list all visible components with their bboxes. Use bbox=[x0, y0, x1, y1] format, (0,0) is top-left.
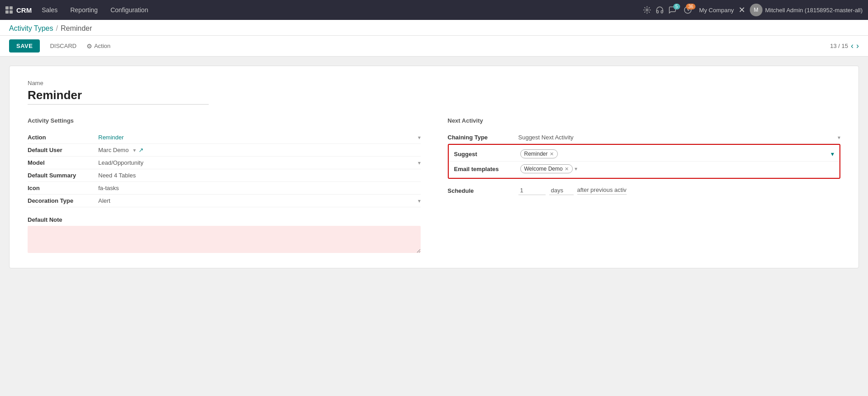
email-dropdown-arrow[interactable]: ▾ bbox=[575, 166, 577, 172]
svg-point-0 bbox=[646, 9, 648, 11]
suggest-label: Suggest bbox=[454, 151, 513, 157]
chaining-type-row: Chaining Type Suggest Next Activity ▾ bbox=[448, 131, 841, 144]
user-dropdown-arrow: ▾ bbox=[133, 147, 136, 153]
user-menu[interactable]: M Mitchell Admin (18158952-master-all) bbox=[750, 4, 863, 16]
action-row: Action Reminder ▾ bbox=[28, 131, 421, 144]
user-avatar: M bbox=[750, 4, 762, 16]
schedule-number-input[interactable] bbox=[518, 186, 546, 195]
breadcrumb-separator: / bbox=[56, 24, 58, 33]
name-field-group: Name bbox=[28, 80, 840, 105]
suggest-row: Suggest Reminder ✕ ▾ bbox=[449, 147, 840, 162]
breadcrumb-parent[interactable]: Activity Types bbox=[9, 24, 53, 33]
menu-sales[interactable]: Sales bbox=[35, 0, 64, 20]
default-user-value: Marc Demo ▾ ↗ bbox=[98, 147, 421, 153]
email-templates-label: Email templates bbox=[454, 166, 513, 172]
breadcrumb-bar: Activity Types / Reminder bbox=[0, 20, 868, 36]
breadcrumb-current: Reminder bbox=[61, 24, 92, 33]
decoration-type-label: Decoration Type bbox=[28, 197, 91, 204]
clock-badge: 36 bbox=[686, 4, 695, 10]
icon-value: fa-tasks bbox=[98, 185, 421, 191]
prev-button[interactable]: ‹ bbox=[851, 41, 854, 51]
save-button[interactable]: SAVE bbox=[9, 39, 40, 52]
default-user-row: Default User Marc Demo ▾ ↗ bbox=[28, 144, 421, 157]
decoration-type-value: Alert ▾ bbox=[98, 197, 421, 204]
name-input[interactable] bbox=[28, 88, 209, 105]
model-value: Lead/Opportunity ▾ bbox=[98, 159, 421, 166]
app-brand[interactable]: CRM bbox=[5, 6, 32, 14]
left-column: Activity Settings Action Reminder ▾ Defa… bbox=[28, 117, 421, 254]
decoration-type-row: Decoration Type Alert ▾ bbox=[28, 195, 421, 207]
top-navigation: CRM Sales Reporting Configuration 5 bbox=[0, 0, 868, 20]
email-template-tag: Welcome Demo ✕ bbox=[520, 164, 573, 173]
chat-icon[interactable]: 5 bbox=[668, 6, 676, 14]
decoration-dropdown-arrow: ▾ bbox=[418, 198, 421, 204]
schedule-row: Schedule days hours minutes after previo… bbox=[448, 181, 841, 200]
model-text: Lead/Opportunity bbox=[98, 159, 144, 166]
tools-icon[interactable]: ✕ bbox=[739, 5, 745, 15]
user-name: Mitchell Admin (18158952-master-all) bbox=[765, 7, 863, 14]
model-select[interactable]: Lead/Opportunity ▾ bbox=[98, 159, 421, 166]
suggest-tag-input: Reminder ✕ ▾ bbox=[520, 149, 834, 158]
default-note-textarea[interactable] bbox=[28, 226, 421, 253]
default-note-label: Default Note bbox=[28, 216, 421, 223]
decoration-type-select[interactable]: Alert ▾ bbox=[98, 197, 421, 204]
schedule-unit-select[interactable]: days hours minutes bbox=[549, 186, 574, 195]
default-note-section: Default Note bbox=[28, 216, 421, 254]
chaining-type-value: Suggest Next Activity ▾ bbox=[518, 134, 841, 141]
chaining-type-select[interactable]: Suggest Next Activity ▾ bbox=[518, 134, 841, 141]
model-dropdown-arrow: ▾ bbox=[418, 160, 421, 166]
bug-icon[interactable] bbox=[643, 6, 651, 14]
action-label: Action bbox=[28, 134, 91, 141]
icon-label: Icon bbox=[28, 185, 91, 191]
model-label: Model bbox=[28, 159, 91, 166]
action-label: Action bbox=[94, 43, 110, 49]
menu-configuration[interactable]: Configuration bbox=[104, 0, 154, 20]
company-name: My Company bbox=[699, 7, 734, 14]
menu-reporting[interactable]: Reporting bbox=[64, 0, 104, 20]
chaining-type-text: Suggest Next Activity bbox=[518, 134, 574, 141]
next-button[interactable]: › bbox=[856, 41, 859, 51]
app-name: CRM bbox=[16, 6, 32, 14]
decoration-type-text: Alert bbox=[98, 197, 110, 204]
discard-button[interactable]: DISCARD bbox=[45, 39, 81, 52]
schedule-value: days hours minutes after previous activ bbox=[518, 183, 841, 198]
action-button[interactable]: ⚙ Action bbox=[86, 43, 110, 50]
default-summary-label: Default Summary bbox=[28, 172, 91, 179]
schedule-after-text: after previous activ bbox=[577, 186, 627, 195]
toolbar-right: 13 / 15 ‹ › bbox=[830, 41, 859, 51]
icon-row: Icon fa-tasks bbox=[28, 182, 421, 195]
main-content: Name Activity Settings Action Reminder ▾ bbox=[0, 57, 868, 277]
suggest-input[interactable] bbox=[560, 151, 827, 157]
clock-icon[interactable]: 36 bbox=[684, 6, 692, 14]
action-select[interactable]: Reminder ▾ bbox=[98, 134, 421, 141]
email-tag-input: Welcome Demo ✕ ▾ bbox=[520, 164, 834, 173]
default-user-label: Default User bbox=[28, 147, 91, 153]
right-column: Next Activity Chaining Type Suggest Next… bbox=[448, 117, 841, 254]
default-summary-text: Need 4 Tables bbox=[98, 172, 136, 179]
chaining-type-label: Chaining Type bbox=[448, 134, 511, 141]
default-summary-value: Need 4 Tables bbox=[98, 172, 421, 179]
headset-icon[interactable] bbox=[656, 6, 664, 14]
topnav-right: 5 36 My Company ✕ M Mitchell Admin (1815… bbox=[643, 4, 863, 16]
action-dropdown-arrow: ▾ bbox=[418, 134, 421, 141]
gear-icon: ⚙ bbox=[86, 43, 92, 50]
default-summary-row: Default Summary Need 4 Tables bbox=[28, 169, 421, 182]
default-user-text: Marc Demo bbox=[98, 147, 129, 153]
name-label: Name bbox=[28, 80, 840, 86]
grid-icon bbox=[5, 6, 13, 14]
icon-text: fa-tasks bbox=[98, 185, 119, 191]
email-template-text: Welcome Demo bbox=[524, 166, 563, 172]
email-templates-row: Email templates Welcome Demo ✕ ▾ bbox=[449, 162, 840, 176]
chaining-dropdown-arrow: ▾ bbox=[838, 134, 840, 141]
external-link-icon[interactable]: ↗ bbox=[139, 147, 144, 153]
suggest-dropdown-arrow[interactable]: ▾ bbox=[831, 150, 834, 157]
suggest-tag-remove[interactable]: ✕ bbox=[550, 151, 554, 157]
pagination-text: 13 / 15 bbox=[830, 43, 848, 49]
top-menu: Sales Reporting Configuration bbox=[35, 0, 154, 20]
toolbar: SAVE DISCARD ⚙ Action 13 / 15 ‹ › bbox=[0, 36, 868, 57]
action-text: Reminder bbox=[98, 134, 124, 141]
model-row: Model Lead/Opportunity ▾ bbox=[28, 157, 421, 169]
email-tag-remove[interactable]: ✕ bbox=[565, 166, 569, 172]
chat-badge: 5 bbox=[673, 4, 681, 10]
two-column-layout: Activity Settings Action Reminder ▾ Defa… bbox=[28, 117, 840, 254]
